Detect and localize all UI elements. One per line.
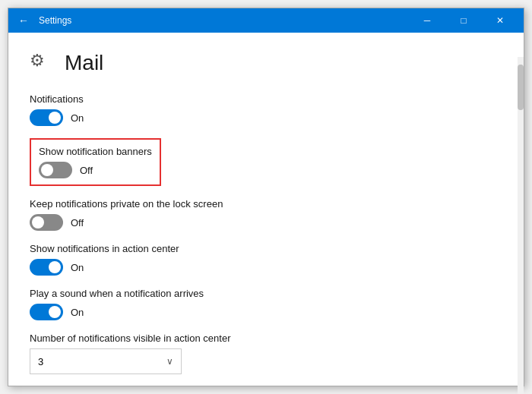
number-notifications-value: 3 xyxy=(38,356,43,367)
play-sound-toggle-thumb xyxy=(49,306,61,318)
notifications-label: Notifications xyxy=(30,93,502,105)
show-banners-label: Show notification banners xyxy=(39,146,152,157)
play-sound-state-label: On xyxy=(71,307,84,318)
setting-number-notifications: Number of notifications visible in actio… xyxy=(30,333,502,374)
lock-screen-toggle[interactable] xyxy=(30,214,63,231)
number-notifications-label: Number of notifications visible in actio… xyxy=(30,333,502,344)
app-icon: ⚙ xyxy=(30,51,54,75)
lock-screen-state-label: Off xyxy=(71,217,84,229)
scrollbar-track xyxy=(518,57,524,394)
notifications-toggle-row: On xyxy=(30,109,502,126)
chevron-down-icon: ∨ xyxy=(166,356,173,367)
play-sound-toggle-row: On xyxy=(30,304,502,320)
lock-screen-toggle-thumb xyxy=(32,216,44,229)
lock-screen-toggle-row: Off xyxy=(30,214,502,231)
show-banners-toggle[interactable] xyxy=(39,162,72,178)
app-title: Mail xyxy=(65,51,103,75)
action-center-toggle-thumb xyxy=(49,261,61,273)
close-button[interactable]: ✕ xyxy=(483,8,518,33)
settings-window: ← Settings ─ □ ✕ ⚙ Mail Notifications xyxy=(8,8,524,386)
titlebar-title: Settings xyxy=(39,15,410,26)
setting-lock-screen: Keep notifications private on the lock s… xyxy=(30,198,502,231)
notifications-toggle-thumb xyxy=(49,112,61,124)
notifications-toggle[interactable] xyxy=(30,109,63,126)
setting-notifications: Notifications On xyxy=(30,93,502,126)
back-button[interactable]: ← xyxy=(14,11,33,30)
minimize-button[interactable]: ─ xyxy=(410,8,445,33)
show-banners-toggle-row: Off xyxy=(39,162,152,178)
lock-screen-label: Keep notifications private on the lock s… xyxy=(30,198,502,210)
play-sound-label: Play a sound when a notification arrives xyxy=(30,288,502,299)
show-banners-state-label: Off xyxy=(80,165,93,176)
app-header: ⚙ Mail xyxy=(30,51,502,75)
show-notification-banners-box: Show notification banners Off xyxy=(30,138,161,186)
play-sound-toggle[interactable] xyxy=(30,304,63,320)
action-center-state-label: On xyxy=(71,262,84,273)
notifications-state-label: On xyxy=(71,112,84,124)
action-center-label: Show notifications in action center xyxy=(30,243,502,254)
action-center-toggle[interactable] xyxy=(30,259,63,276)
scrollbar-thumb[interactable] xyxy=(518,65,524,110)
action-center-toggle-row: On xyxy=(30,259,502,276)
window-controls: ─ □ ✕ xyxy=(410,8,518,33)
titlebar: ← Settings ─ □ ✕ xyxy=(8,8,524,33)
maximize-button[interactable]: □ xyxy=(446,8,481,33)
window-body: ⚙ Mail Notifications On Show notificatio… xyxy=(8,33,524,394)
setting-play-sound: Play a sound when a notification arrives… xyxy=(30,288,502,320)
show-banners-toggle-thumb xyxy=(41,164,53,176)
number-notifications-select[interactable]: 3 ∨ xyxy=(30,348,182,374)
setting-action-center: Show notifications in action center On xyxy=(30,243,502,276)
content-area: ⚙ Mail Notifications On Show notificatio… xyxy=(8,33,524,394)
